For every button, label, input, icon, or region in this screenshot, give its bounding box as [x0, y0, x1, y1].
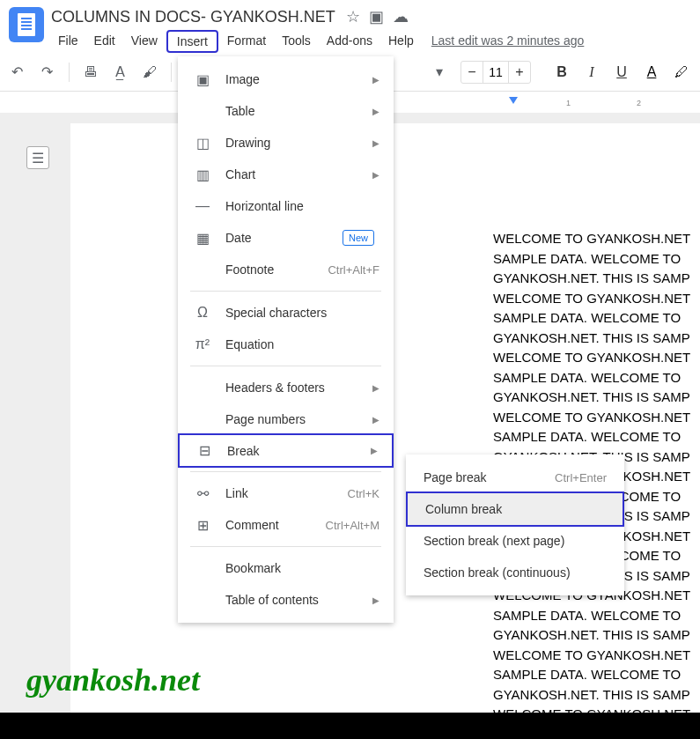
insert-link[interactable]: ⚯LinkCtrl+K: [178, 477, 394, 509]
break-icon: ⊟: [195, 442, 213, 459]
indent-marker-icon[interactable]: [509, 97, 518, 104]
comment-icon: ⊞: [194, 517, 211, 534]
menu-format[interactable]: Format: [220, 30, 273, 53]
insert-drawing[interactable]: ◫Drawing▶: [178, 127, 394, 159]
chevron-right-icon: ▶: [372, 107, 379, 116]
chevron-right-icon: ▶: [372, 138, 379, 148]
insert-footnote[interactable]: FootnoteCtrl+Alt+F: [178, 254, 394, 285]
insert-bookmark[interactable]: Bookmark: [178, 552, 394, 584]
insert-chart[interactable]: ▥Chart▶: [178, 159, 394, 190]
menu-tools[interactable]: Tools: [275, 30, 318, 53]
insert-toc[interactable]: Table of contents▶: [178, 584, 394, 616]
image-icon: ▣: [194, 71, 211, 88]
insert-headers-footers[interactable]: Headers & footers▶: [178, 372, 394, 403]
redo-icon[interactable]: ↷: [39, 63, 56, 80]
chevron-right-icon: ▶: [372, 383, 379, 393]
cloud-icon[interactable]: ☁: [393, 7, 409, 26]
menu-help[interactable]: Help: [381, 30, 421, 53]
text-color-button[interactable]: A: [642, 64, 661, 80]
link-icon: ⚯: [194, 485, 211, 502]
insert-page-numbers[interactable]: Page numbers▶: [178, 403, 394, 435]
chart-icon: ▥: [194, 166, 211, 183]
chevron-right-icon: ▶: [372, 595, 379, 605]
chevron-right-icon: ▶: [372, 170, 379, 180]
insert-equation[interactable]: π²Equation: [178, 329, 394, 360]
last-edit-link[interactable]: Last edit was 2 minutes ago: [431, 30, 585, 53]
ruler[interactable]: 1 2 3: [408, 97, 700, 111]
bottom-bar: [0, 713, 700, 739]
drawing-icon: ◫: [194, 135, 211, 151]
paint-format-icon[interactable]: 🖌: [141, 64, 158, 80]
underline-button[interactable]: U: [612, 64, 631, 80]
insert-table[interactable]: Table▶: [178, 95, 394, 127]
insert-image[interactable]: ▣Image▶: [178, 63, 394, 95]
docs-logo[interactable]: [9, 7, 44, 42]
highlight-button[interactable]: 🖊: [672, 64, 691, 80]
dropdown-arrow-icon[interactable]: ▾: [431, 63, 448, 80]
break-submenu: Page breakCtrl+Enter Column break Sectio…: [406, 454, 624, 595]
calendar-icon: ▦: [194, 230, 211, 247]
insert-date[interactable]: ▦DateNew: [178, 222, 394, 254]
break-page[interactable]: Page breakCtrl+Enter: [406, 462, 624, 493]
font-size-decrease[interactable]: −: [461, 62, 483, 83]
document-title[interactable]: COLUMNS IN DOCS- GYANKOSH.NET: [51, 8, 335, 26]
hline-icon: —: [194, 198, 211, 214]
undo-icon[interactable]: ↶: [9, 63, 26, 80]
menu-file[interactable]: File: [51, 30, 85, 53]
insert-break[interactable]: ⊟Break▶: [178, 433, 394, 468]
omega-icon: Ω: [194, 305, 211, 321]
outline-toggle-icon[interactable]: ☰: [26, 146, 49, 169]
chevron-right-icon: ▶: [371, 446, 378, 455]
chevron-right-icon: ▶: [372, 75, 379, 85]
watermark: gyankosh.net: [26, 661, 200, 698]
chevron-right-icon: ▶: [372, 415, 379, 425]
break-section-next[interactable]: Section break (next page): [406, 525, 624, 557]
font-size-value[interactable]: 11: [483, 62, 509, 83]
insert-hline[interactable]: —Horizontal line: [178, 190, 394, 222]
menu-insert[interactable]: Insert: [166, 30, 218, 53]
bold-button[interactable]: B: [552, 64, 571, 80]
insert-special-chars[interactable]: ΩSpecial characters: [178, 297, 394, 329]
print-icon[interactable]: 🖶: [82, 64, 99, 80]
move-icon[interactable]: ▣: [369, 7, 384, 26]
new-badge: New: [343, 230, 374, 246]
font-size-increase[interactable]: +: [509, 62, 530, 83]
menu-addons[interactable]: Add-ons: [320, 30, 379, 53]
menu-view[interactable]: View: [124, 30, 165, 53]
insert-comment[interactable]: ⊞CommentCtrl+Alt+M: [178, 509, 394, 541]
menu-edit[interactable]: Edit: [87, 30, 122, 53]
insert-dropdown: ▣Image▶ Table▶ ◫Drawing▶ ▥Chart▶ —Horizo…: [178, 56, 394, 623]
break-column[interactable]: Column break: [406, 491, 624, 527]
break-section-continuous[interactable]: Section break (continuous): [406, 557, 624, 588]
pi-icon: π²: [194, 336, 211, 352]
star-icon[interactable]: ☆: [346, 7, 360, 26]
italic-button[interactable]: I: [582, 64, 601, 80]
spellcheck-icon[interactable]: A̲: [112, 63, 129, 80]
